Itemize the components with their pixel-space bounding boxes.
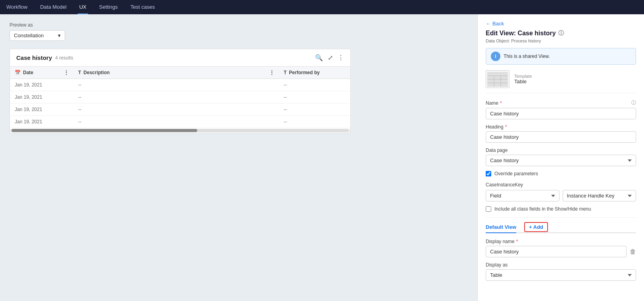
table-template-svg [487,72,508,87]
svg-rect-9 [502,73,506,75]
shared-view-message: This is a shared View. [504,54,550,59]
override-params-row: Override parameters [486,171,636,176]
table-row: Jan 19, 2021 -- -- [10,104,350,116]
tab-default-view[interactable]: Default View [486,222,516,233]
col-date: 📅 Date ⋮ [10,67,73,79]
display-as-field-group: Display as Table [486,262,636,281]
display-name-row: 🗑 [486,246,636,257]
override-params-label: Override parameters [494,171,538,176]
display-as-select[interactable]: Table [486,269,636,281]
info-icon[interactable]: ⓘ [558,30,564,37]
display-name-required-star: * [516,239,518,244]
calendar-icon: 📅 [15,70,21,75]
data-page-field-group: Data page Case history [486,148,636,166]
include-class-fields-label: Include all class fields in the Show/Hid… [494,206,591,212]
left-content: Preview as Constellation ▾ Case history … [0,14,477,301]
data-page-select[interactable]: Case history [486,155,636,166]
table-header-row: 📅 Date ⋮ T Description ⋮ [10,67,350,79]
nav-ux[interactable]: UX [78,0,88,14]
data-table: 📅 Date ⋮ T Description ⋮ [10,67,350,128]
divider [486,217,636,218]
template-info: Template Table [514,74,532,84]
preview-dropdown[interactable]: Constellation ▾ [10,30,65,41]
widget-count: 4 results [55,55,73,61]
vertical-dots-icon: ⋮ [338,54,344,61]
cell-desc-4: -- [73,116,279,128]
nav-data-model[interactable]: Data Model [38,0,68,14]
widget-title: Case history [16,54,52,61]
case-instance-key-label: CaseInstanceKey [486,182,636,188]
override-params-checkbox[interactable] [486,171,491,176]
heading-label: Heading * [486,124,636,130]
include-class-fields-checkbox[interactable] [486,206,491,212]
cell-date-4: Jan 19, 2021 [10,116,73,128]
cell-desc-2: -- [73,91,279,104]
table-row: Jan 19, 2021 -- -- [10,116,350,128]
instance-handle-key-select[interactable]: Instance Handle Key [563,190,636,201]
back-link[interactable]: ← Back [486,21,636,27]
preview-label: Preview as [10,22,468,28]
field-type-select[interactable]: Field [486,190,559,201]
name-required-star: * [500,100,502,106]
template-section: Template Table [486,70,636,93]
col-performed-by: T Performed by [279,67,350,79]
col-description: T Description ⋮ [73,67,279,79]
widget-header: Case history 4 results 🔍 ⤢ ⋮ [10,49,350,67]
template-value: Table [514,79,532,84]
text-icon-desc: T [78,70,81,75]
preview-value: Constellation [14,33,44,38]
nav-settings[interactable]: Settings [98,0,119,14]
back-arrow-icon: ← [486,21,491,27]
main-layout: Preview as Constellation ▾ Case history … [0,14,644,301]
expand-icon: ⤢ [328,54,333,61]
name-info-icon[interactable]: ⓘ [631,100,636,106]
display-as-label: Display as [486,262,636,268]
search-icon: 🔍 [315,54,323,61]
svg-rect-1 [487,76,508,87]
svg-rect-8 [495,73,500,75]
case-instance-key-selects: Field Instance Handle Key [486,190,636,201]
data-object-label: Data Object: Process history [486,38,636,43]
cell-date-3: Jan 19, 2021 [10,104,73,116]
col-menu-icon[interactable]: ⋮ [64,70,69,75]
cell-perf-4: -- [279,116,350,128]
data-page-label: Data page [486,148,636,153]
cell-perf-2: -- [279,91,350,104]
right-panel: ← Back Edit View: Case history ⓘ Data Ob… [477,14,644,301]
expand-button[interactable]: ⤢ [328,54,333,61]
more-options-button[interactable]: ⋮ [338,54,344,61]
display-name-input[interactable] [486,246,627,257]
tabs-row: Default View + Add [486,222,636,233]
nav-test-cases[interactable]: Test cases [129,0,156,14]
col-desc-menu-icon[interactable]: ⋮ [269,70,274,75]
delete-button[interactable]: 🗑 [630,248,636,255]
nav-workflow[interactable]: Workflow [5,0,29,14]
template-thumbnail [486,70,509,88]
name-field-group: Name * ⓘ [486,100,636,119]
case-history-widget: Case history 4 results 🔍 ⤢ ⋮ [10,49,351,134]
heading-required-star: * [505,124,507,130]
table-row: Jan 19, 2021 -- -- [10,91,350,104]
back-label: Back [492,21,504,27]
add-button[interactable]: + Add [524,222,548,232]
svg-rect-7 [488,73,493,75]
heading-input[interactable] [486,131,636,143]
chevron-down-icon: ▾ [58,33,61,38]
info-circle-icon: i [491,52,500,61]
name-input[interactable] [486,108,636,119]
display-name-field-group: Display name * 🗑 [486,239,636,257]
horizontal-scrollbar[interactable] [10,129,350,134]
text-icon-perf: T [284,70,286,75]
display-name-label: Display name * [486,239,636,244]
search-button[interactable]: 🔍 [315,54,323,61]
shared-view-box: i This is a shared View. [486,48,636,65]
cell-desc-1: -- [73,79,279,91]
template-label: Template [514,74,532,79]
edit-view-title: Edit View: Case history ⓘ [486,30,636,37]
cell-date-2: Jan 19, 2021 [10,91,73,104]
include-class-fields-row: Include all class fields in the Show/Hid… [486,206,636,212]
cell-date-1: Jan 19, 2021 [10,79,73,91]
name-label: Name * ⓘ [486,100,636,106]
top-navigation: Workflow Data Model UX Settings Test cas… [0,0,644,14]
widget-actions: 🔍 ⤢ ⋮ [315,54,344,61]
